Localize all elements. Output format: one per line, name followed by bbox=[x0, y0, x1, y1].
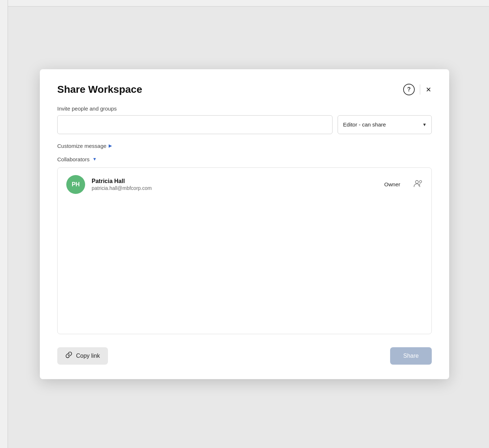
customize-message-arrow-icon: ▶ bbox=[109, 143, 112, 148]
collaborators-toggle[interactable]: Collaborators ▼ bbox=[57, 156, 432, 162]
copy-link-button[interactable]: Copy link bbox=[57, 347, 108, 365]
help-button[interactable]: ? bbox=[403, 84, 415, 95]
modal-header: Share Workspace ? × bbox=[57, 84, 432, 95]
svg-point-0 bbox=[415, 181, 418, 183]
table-row: PH Patricia Hall patricia.hall@mbfcorp.c… bbox=[66, 175, 423, 194]
svg-point-1 bbox=[419, 181, 422, 183]
share-workspace-modal: Share Workspace ? × Invite people and gr… bbox=[40, 69, 449, 379]
collaborators-box: PH Patricia Hall patricia.hall@mbfcorp.c… bbox=[57, 167, 432, 334]
page-wrapper: Share Workspace ? × Invite people and gr… bbox=[0, 0, 489, 448]
modal-footer: Copy link Share bbox=[57, 347, 432, 365]
collaborators-arrow-icon: ▼ bbox=[92, 157, 97, 162]
collaborator-email: patricia.hall@mbfcorp.com bbox=[92, 185, 378, 191]
customize-message-label: Customize message bbox=[57, 143, 106, 149]
header-divider bbox=[420, 84, 420, 95]
modal-title: Share Workspace bbox=[57, 84, 142, 95]
collaborators-label: Collaborators bbox=[57, 156, 89, 162]
collaborator-role: Owner bbox=[384, 181, 400, 187]
collaborator-name: Patricia Hall bbox=[92, 178, 378, 184]
copy-link-label: Copy link bbox=[76, 353, 100, 359]
share-button[interactable]: Share bbox=[390, 347, 432, 365]
invite-input[interactable] bbox=[57, 115, 333, 134]
close-button[interactable]: × bbox=[425, 84, 432, 95]
modal-header-actions: ? × bbox=[403, 84, 432, 95]
permission-select-wrapper: Editor - can share Editor - cannot share… bbox=[338, 115, 432, 134]
permission-select[interactable]: Editor - can share Editor - cannot share… bbox=[338, 115, 432, 134]
modal-overlay: Share Workspace ? × Invite people and gr… bbox=[0, 0, 489, 448]
invite-section: Invite people and groups Editor - can sh… bbox=[57, 105, 432, 134]
customize-message-toggle[interactable]: Customize message ▶ bbox=[57, 143, 432, 149]
copy-link-icon bbox=[65, 351, 72, 360]
collaborator-manage-icon[interactable] bbox=[413, 179, 423, 190]
avatar: PH bbox=[66, 175, 85, 194]
invite-label: Invite people and groups bbox=[57, 105, 432, 112]
collaborator-info: Patricia Hall patricia.hall@mbfcorp.com bbox=[92, 178, 378, 191]
invite-row: Editor - can share Editor - cannot share… bbox=[57, 115, 432, 134]
